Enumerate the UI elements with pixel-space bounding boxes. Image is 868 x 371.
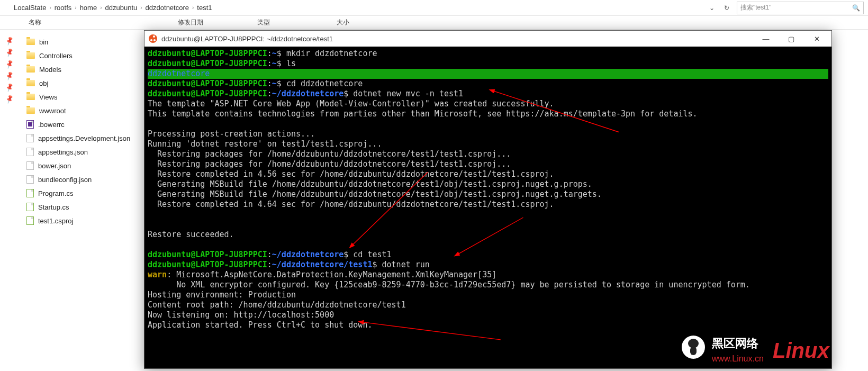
folder-icon — [26, 52, 35, 59]
file-icon — [26, 161, 34, 170]
terminal-title: ddzubuntu@LAPTOP-JU8PPPCI: ~/ddzdotnetco… — [161, 35, 333, 43]
terminal-window: ddzubuntu@LAPTOP-JU8PPPCI: ~/ddzdotnetco… — [144, 30, 832, 369]
column-headers: 名称 修改日期 类型 大小 — [0, 16, 868, 30]
file-name: bin — [39, 38, 48, 46]
dropdown-icon[interactable]: ⌄ — [706, 2, 718, 14]
ubuntu-icon — [149, 34, 157, 43]
file-name: bower.json — [38, 162, 71, 170]
file-name: appsettings.json — [38, 148, 88, 156]
pin-icon: 📌 — [4, 70, 15, 80]
terminal-titlebar[interactable]: ddzubuntu@LAPTOP-JU8PPPCI: ~/ddzdotnetco… — [144, 31, 831, 47]
file-icon — [26, 175, 34, 184]
close-button[interactable]: ✕ — [806, 31, 827, 46]
code-file-icon — [26, 189, 34, 197]
file-name: Views — [39, 93, 57, 101]
terminal-body[interactable]: ddzubuntu@LAPTOP-JU8PPPCI:~$ mkdir ddzdo… — [144, 47, 831, 368]
quick-access-pins: 📌📌📌📌📌📌 — [0, 30, 19, 371]
file-icon — [26, 134, 34, 142]
folder-icon — [26, 39, 35, 45]
file-name: test1.csproj — [38, 217, 73, 225]
crumb[interactable]: rootfs — [55, 4, 72, 12]
col-size[interactable]: 大小 — [337, 18, 390, 27]
refresh-icon[interactable]: ↻ — [721, 2, 733, 14]
chevron-right-icon: › — [49, 5, 51, 11]
file-name: appsettings.Development.json — [38, 134, 130, 142]
folder-icon — [26, 94, 35, 100]
folder-icon — [26, 66, 35, 73]
crumb[interactable]: ddzdotnetcore — [146, 4, 189, 12]
crumb[interactable]: test1 — [197, 4, 212, 12]
vs-file-icon — [26, 120, 34, 129]
col-type[interactable]: 类型 — [257, 18, 337, 27]
file-name: Program.cs — [38, 189, 73, 197]
svg-line-2 — [458, 218, 523, 254]
code-file-icon — [26, 203, 34, 211]
chevron-right-icon: › — [100, 5, 102, 11]
search-icon: 🔍 — [852, 4, 860, 12]
pin-icon: 📌 — [4, 35, 15, 46]
file-name: Startup.cs — [38, 203, 69, 211]
crumb[interactable]: LocalState — [14, 4, 46, 12]
file-icon — [26, 148, 34, 156]
col-name[interactable]: 名称 — [19, 18, 178, 27]
chevron-right-icon: › — [75, 5, 76, 11]
minimize-button[interactable]: — — [755, 31, 776, 46]
code-file-icon — [26, 216, 34, 225]
file-name: Controllers — [39, 52, 73, 60]
chevron-right-icon: › — [192, 5, 194, 11]
pin-icon: 📌 — [4, 82, 15, 92]
file-name: Models — [39, 66, 61, 74]
file-name: .bowerrc — [38, 121, 65, 129]
chevron-right-icon: › — [140, 5, 142, 11]
file-name: wwwroot — [39, 107, 66, 115]
file-name: bundleconfig.json — [38, 176, 92, 184]
breadcrumb[interactable]: LocalState› rootfs› home› ddzubuntu› ddz… — [4, 4, 706, 12]
svg-line-3 — [363, 322, 501, 340]
pin-icon: 📌 — [4, 94, 15, 104]
folder-icon — [26, 107, 35, 114]
pin-icon: 📌 — [4, 59, 15, 69]
address-bar-controls: ⌄ ↻ — [706, 2, 733, 14]
crumb[interactable]: ddzubuntu — [105, 4, 138, 12]
maximize-button[interactable]: ▢ — [781, 31, 802, 46]
search-placeholder: 搜索"test1" — [740, 3, 772, 12]
breadcrumb-bar: LocalState› rootfs› home› ddzubuntu› ddz… — [0, 0, 868, 16]
file-name: obj — [39, 79, 48, 87]
search-input[interactable]: 搜索"test1" 🔍 — [737, 2, 864, 14]
folder-icon — [26, 80, 35, 86]
col-modified[interactable]: 修改日期 — [178, 18, 257, 27]
crumb[interactable]: home — [80, 4, 97, 12]
pin-icon: 📌 — [4, 47, 15, 57]
